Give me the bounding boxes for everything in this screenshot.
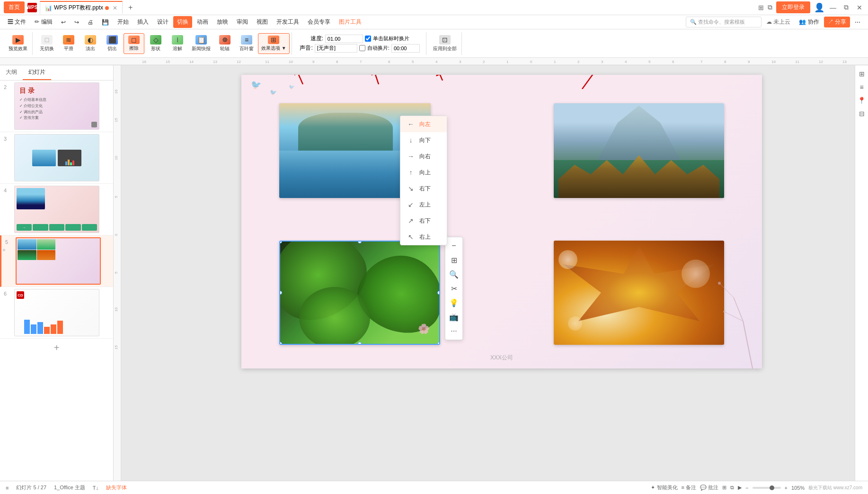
effect-item-top-left[interactable]: ↖ 右上: [400, 229, 447, 245]
window-layout-icon[interactable]: ⊞: [758, 4, 764, 11]
view-menu[interactable]: 视图: [253, 16, 272, 28]
transition-none[interactable]: □ 无切换: [36, 33, 57, 54]
slides-tab[interactable]: 幻灯片: [23, 65, 51, 80]
effect-item-right[interactable]: → 向右: [400, 148, 447, 164]
tab-close-icon[interactable]: ✕: [113, 5, 117, 11]
slide-img-2[interactable]: 目 录 ✓ 介绍基本信息✓ 介绍公文化✓ 调出的产品✓ 宣传方案: [14, 82, 99, 130]
start-menu[interactable]: 开始: [114, 16, 133, 28]
animation-menu[interactable]: 动画: [193, 16, 212, 28]
transition-wheel[interactable]: ☸ 轮辐: [214, 33, 235, 54]
minimize-btn[interactable]: —: [828, 3, 838, 12]
floating-toolbar: − ⊞ 🔍 ✂ 💡 📺 ···: [445, 237, 463, 340]
float-smart-btn[interactable]: 💡: [447, 296, 461, 309]
slide-img-4[interactable]: →: [14, 186, 99, 233]
slide-thumbnail-4[interactable]: 4 →: [0, 184, 113, 235]
login-btn[interactable]: 立即登录: [776, 1, 810, 13]
slide-thumbnail-3[interactable]: 3: [0, 132, 113, 184]
design-menu[interactable]: 设计: [153, 16, 172, 28]
search-placeholder[interactable]: 🔍 查找命令、搜索模板: [686, 17, 762, 27]
file-menu[interactable]: ☰ 文件: [4, 16, 30, 28]
undo-btn[interactable]: ↩: [57, 17, 70, 27]
collab-btn[interactable]: 👥 协作: [795, 16, 823, 28]
share-btn[interactable]: ↗ 分享: [824, 17, 850, 27]
effect-item-down[interactable]: ↓ 向下: [400, 132, 447, 148]
add-tab-btn[interactable]: +: [125, 3, 135, 12]
review-btn[interactable]: 💬 批注: [700, 484, 718, 491]
float-crop-btn[interactable]: ✂: [447, 282, 461, 295]
leaf-image-selected[interactable]: 🌸: [279, 241, 440, 345]
user-avatar[interactable]: 👤: [814, 2, 824, 13]
slide-thumbnail-6[interactable]: 6 CD: [0, 287, 113, 339]
sound-input[interactable]: [315, 44, 357, 53]
right-btn-1[interactable]: ⊞: [857, 69, 867, 79]
outline-tab[interactable]: 大纲: [0, 65, 23, 80]
speed-group: 速度: 单击鼠标时换片 声音: 自动换片:: [294, 32, 426, 55]
maximize-btn[interactable]: ⧉: [841, 3, 851, 12]
transition-cut[interactable]: ⬛ 切出: [102, 33, 123, 54]
transition-erase[interactable]: ◻ 擦除: [124, 33, 144, 54]
review-menu[interactable]: 审阅: [233, 16, 252, 28]
autumn-leaf-image[interactable]: [554, 241, 724, 345]
window-grid-icon[interactable]: ⧉: [768, 3, 772, 11]
zoom-slider[interactable]: [753, 487, 781, 489]
transition-dissolve[interactable]: ⁞ 溶解: [167, 33, 188, 54]
effect-item-up[interactable]: ↑ 向上: [400, 164, 447, 180]
slide-img-3[interactable]: [14, 134, 99, 181]
effect-item-bottom-right[interactable]: ↘ 右下: [400, 180, 447, 197]
auto-switch-checkbox[interactable]: 自动换片:: [359, 45, 390, 52]
picture-tools-menu[interactable]: 图片工具: [335, 16, 365, 28]
cloud-btn[interactable]: ☁ 未上云: [762, 16, 794, 28]
right-btn-3[interactable]: 📍: [857, 96, 867, 105]
right-btn-2[interactable]: ≡: [857, 82, 867, 92]
edit-menu[interactable]: ✏ 编辑: [31, 16, 56, 28]
member-menu[interactable]: 会员专享: [304, 16, 334, 28]
float-more-btn[interactable]: ···: [447, 324, 461, 338]
float-minus-btn[interactable]: −: [447, 239, 461, 252]
normal-view-icon[interactable]: ⊞: [722, 485, 726, 491]
close-btn[interactable]: ✕: [855, 3, 864, 12]
transition-shape[interactable]: ◇ 形状: [145, 33, 166, 54]
transition-menu[interactable]: 切换: [173, 16, 192, 28]
effect-item-top-right[interactable]: ↗ 右下: [400, 213, 447, 229]
play-btn[interactable]: ▶: [738, 485, 742, 491]
transition-blinds[interactable]: ≡ 百叶窗: [236, 33, 257, 54]
effect-item-left[interactable]: ← 向左: [400, 116, 447, 132]
single-click-checkbox[interactable]: 单击鼠标时换片: [365, 35, 409, 42]
document-tab[interactable]: 📊 WPS PPT教程.pptx ✕: [40, 1, 123, 14]
transition-newspaper[interactable]: 📋 新闻快报: [189, 33, 213, 54]
preview-btn[interactable]: ▶ 预览效果: [6, 33, 30, 54]
right-btn-4[interactable]: ⊟: [857, 109, 867, 118]
slide-thumbnail-2[interactable]: 2 目 录 ✓ 介绍基本信息✓ 介绍公文化✓ 调出的产品✓ 宣传方案 ★: [0, 81, 113, 132]
insert-menu[interactable]: 插入: [133, 16, 152, 28]
add-slide-btn[interactable]: +: [0, 339, 113, 357]
dev-menu[interactable]: 开发工具: [273, 16, 303, 28]
redo-btn[interactable]: ↪: [71, 17, 83, 27]
transition-fade[interactable]: ◐ 淡出: [80, 33, 101, 54]
zoom-in-icon[interactable]: +: [785, 485, 788, 491]
smart-btn[interactable]: ✦ 智能美化: [651, 484, 677, 491]
slide-img-5[interactable]: [16, 237, 101, 285]
mountain-image[interactable]: [554, 103, 724, 198]
comment-btn[interactable]: ≡ 备注: [682, 484, 696, 491]
slide-thumbnail-5[interactable]: 5: [0, 235, 113, 287]
save-btn[interactable]: 💾: [98, 17, 113, 27]
grid-view-icon[interactable]: ⧉: [730, 485, 734, 491]
zoom-out-icon[interactable]: −: [745, 485, 748, 491]
print-btn[interactable]: 🖨: [84, 17, 97, 27]
float-present-btn[interactable]: 📺: [447, 310, 461, 323]
slideshow-menu[interactable]: 放映: [213, 16, 232, 28]
home-tab[interactable]: 首页: [4, 1, 25, 13]
more-btn[interactable]: ⋯: [851, 17, 864, 27]
slide-canvas[interactable]: 🐦 🐦 🐦: [241, 75, 762, 368]
effect-options-btn[interactable]: ⊞ 效果选项 ▼: [258, 33, 290, 54]
slide-img-6[interactable]: CD: [14, 289, 99, 336]
font-warning[interactable]: 缺失字体: [106, 484, 127, 491]
float-layers-btn[interactable]: ⊞: [447, 253, 461, 267]
effect-item-bottom-left[interactable]: ↙ 左上: [400, 197, 447, 213]
transition-smooth[interactable]: ≋ 平滑: [58, 33, 79, 54]
apply-all-btn[interactable]: ⊡ 应用到全部: [430, 33, 460, 54]
auto-time-input[interactable]: [391, 44, 420, 53]
float-zoom-btn[interactable]: 🔍: [447, 268, 461, 281]
speed-input[interactable]: [325, 35, 363, 43]
canvas-area[interactable]: 16 15 10 5 0 5 10 15 🐦 🐦 🐦: [114, 65, 855, 481]
